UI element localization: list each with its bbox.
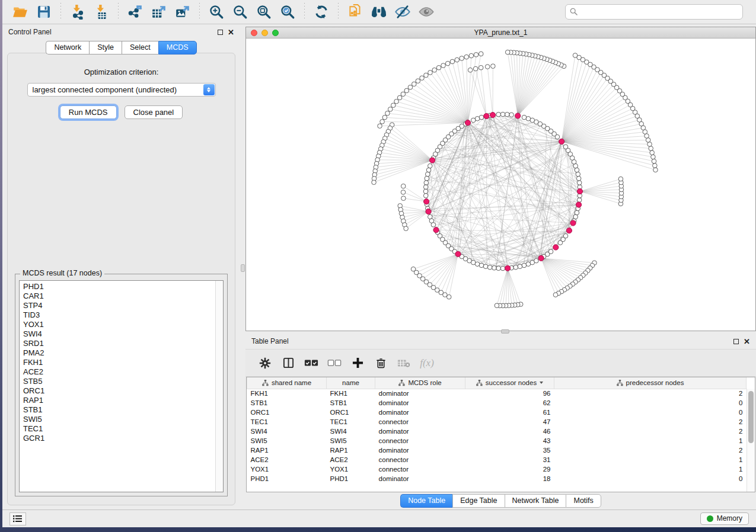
table-cell: 1 [554, 436, 747, 446]
table-scrollbar-thumb[interactable] [748, 391, 754, 443]
copy-network-button[interactable] [343, 2, 367, 21]
import-table-button[interactable] [90, 2, 113, 21]
tab-select[interactable]: Select [122, 41, 158, 55]
refresh-layout-button[interactable] [310, 2, 333, 21]
show-all-button[interactable] [414, 2, 438, 21]
mcds-result-item[interactable]: FKH1 [23, 358, 214, 367]
column-header-shared-name[interactable]: shared name [247, 377, 327, 389]
mcds-list-scrollbar[interactable] [215, 281, 223, 492]
mcds-result-item[interactable]: CAR1 [23, 291, 214, 301]
zoom-fit-icon [256, 4, 272, 20]
export-network-button[interactable] [123, 2, 147, 21]
table-cell: 35 [465, 446, 554, 455]
tab-network-table[interactable]: Network Table [505, 494, 566, 508]
open-file-button[interactable] [8, 2, 32, 21]
toolbar-separator [60, 3, 61, 21]
mcds-result-list[interactable]: PHD1CAR1STP4TID3YOX1SWI4SRD1PMA2FKH1ACE2… [19, 280, 224, 492]
eye-slash-icon [394, 4, 411, 20]
mcds-result-item[interactable]: STB5 [23, 377, 214, 386]
table-row[interactable]: PHD1PHD1dominator180 [247, 474, 747, 483]
mcds-result-item[interactable]: STB1 [23, 405, 214, 415]
control-panel-float-button[interactable] [218, 30, 223, 35]
table-cell: 2 [554, 389, 747, 398]
mcds-result-item[interactable]: YOX1 [23, 320, 214, 329]
tab-edge-table[interactable]: Edge Table [452, 494, 504, 508]
criterion-select[interactable]: largest connected component (undirected) [27, 83, 216, 97]
hide-selected-button[interactable] [391, 2, 414, 21]
table-scrollbar[interactable] [747, 389, 755, 492]
zoom-out-button[interactable] [228, 2, 252, 21]
tab-network[interactable]: Network [46, 41, 89, 55]
mcds-result-item[interactable]: SWI4 [23, 329, 214, 339]
app-window: Control Panel ✕ NetworkStyleSelectMCDS O… [2, 0, 756, 527]
column-header-MCDS-role[interactable]: MCDS role [375, 377, 465, 389]
table-settings-button[interactable] [256, 354, 274, 372]
table-cell: 0 [554, 474, 747, 483]
table-row[interactable]: STB1STB1dominator620 [247, 398, 747, 408]
tab-style[interactable]: Style [89, 41, 122, 55]
table-cell: ACE2 [247, 455, 327, 464]
table-row[interactable]: FKH1FKH1dominator962 [247, 389, 747, 398]
mcds-result-item[interactable]: STP4 [23, 301, 214, 310]
table-row[interactable]: ORC1ORC1dominator610 [247, 408, 747, 417]
network-graph[interactable] [246, 39, 756, 331]
tab-motifs[interactable]: Motifs [566, 494, 601, 508]
control-panel-close-button[interactable]: ✕ [228, 30, 234, 35]
table-row[interactable]: ACE2ACE2connector311 [247, 455, 747, 464]
column-header-predecessor-nodes[interactable]: predecessor nodes [554, 377, 747, 389]
mcds-result-item[interactable]: ACE2 [23, 367, 214, 377]
mcds-result-item[interactable]: TID3 [23, 310, 214, 320]
task-history-button[interactable] [9, 512, 26, 525]
close-panel-button[interactable]: Close panel [125, 105, 183, 119]
tab-mcds[interactable]: MCDS [158, 41, 197, 55]
splitter-handle[interactable] [241, 264, 245, 272]
unselect-all-columns-button[interactable] [326, 354, 343, 372]
network-canvas[interactable] [246, 39, 755, 331]
mcds-result-item[interactable]: PMA2 [23, 348, 214, 358]
run-mcds-button[interactable]: Run MCDS [60, 105, 117, 119]
zoom-out-icon [232, 4, 248, 20]
first-neighbors-button[interactable] [367, 2, 391, 21]
mcds-result-item[interactable]: PHD1 [23, 282, 214, 291]
mcds-result-item[interactable]: GCR1 [23, 434, 214, 443]
column-header-name[interactable]: name [327, 377, 375, 389]
export-table-button[interactable] [147, 2, 171, 21]
table-row[interactable]: SWI5SWI5connector431 [247, 436, 747, 446]
table-cell: ORC1 [327, 408, 375, 417]
zoom-selected-button[interactable] [276, 2, 299, 21]
import-network-button[interactable] [66, 2, 90, 21]
zoom-in-button[interactable] [205, 2, 228, 21]
table-row[interactable]: RAP1RAP1dominator352 [247, 446, 747, 455]
mcds-result-item[interactable]: SRD1 [23, 339, 214, 348]
show-column-button[interactable] [279, 354, 297, 372]
column-label: MCDS role [408, 379, 441, 386]
table-row[interactable]: SWI4SWI4dominator462 [247, 427, 747, 436]
delete-column-button[interactable] [372, 354, 390, 372]
select-all-columns-button[interactable] [302, 354, 320, 372]
zoom-fit-button[interactable] [252, 2, 276, 21]
column-label: shared name [272, 379, 311, 386]
splitter-handle[interactable] [501, 329, 509, 334]
table-panel-close-button[interactable]: ✕ [744, 339, 750, 344]
table-cell: TEC1 [247, 417, 327, 427]
memory-button[interactable]: Memory [700, 512, 749, 525]
table-row[interactable]: YOX1YOX1connector291 [247, 464, 747, 474]
table-panel-title: Table Panel [251, 337, 289, 345]
horizontal-splitter[interactable] [245, 331, 756, 334]
mcds-result-item[interactable]: SWI5 [23, 415, 214, 424]
table-row[interactable]: TEC1TEC1connector472 [247, 417, 747, 427]
save-session-button[interactable] [32, 2, 56, 21]
search-input[interactable] [565, 4, 743, 20]
tab-node-table[interactable]: Node Table [400, 494, 452, 508]
mcds-result-item[interactable]: RAP1 [23, 396, 214, 405]
vertical-splitter[interactable] [240, 24, 245, 509]
table-panel-float-button[interactable] [733, 339, 739, 344]
create-column-button[interactable] [349, 354, 366, 372]
export-image-button[interactable] [171, 2, 194, 21]
import-table-icon [94, 4, 109, 20]
delete-table-icon [397, 358, 410, 368]
column-header-successor-nodes[interactable]: successor nodes [465, 377, 554, 389]
mcds-result-item[interactable]: ORC1 [23, 386, 214, 396]
mcds-result-item[interactable]: TEC1 [23, 424, 214, 434]
table-cell: 47 [465, 417, 554, 427]
